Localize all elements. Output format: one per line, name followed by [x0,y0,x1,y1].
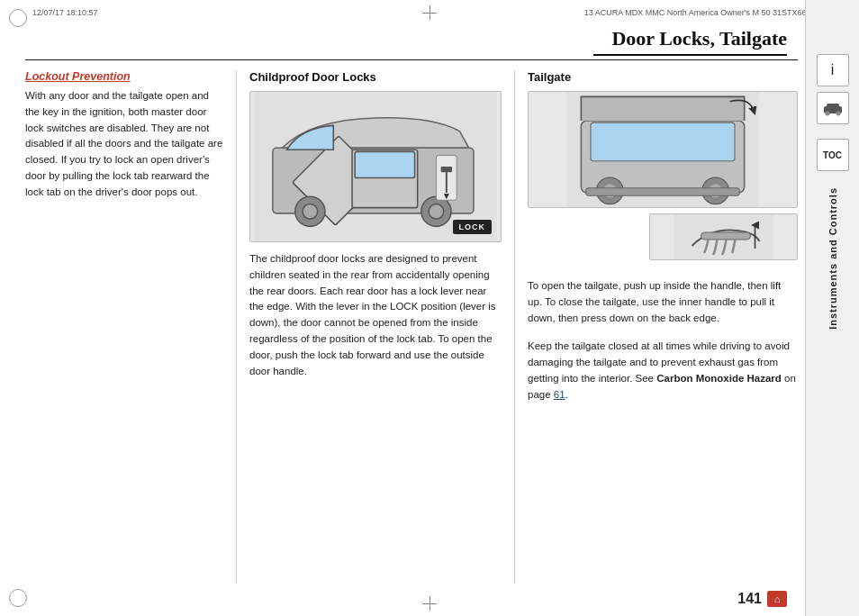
divider-left-center [236,70,237,584]
main-content: Lockout Prevention With any door and the… [25,61,798,584]
lockout-heading: Lockout Prevention [25,70,223,83]
toc-button[interactable]: TOC [817,139,849,171]
page-number-text: 141 [737,591,762,607]
tailgate-heading: Tailgate [528,70,798,84]
title-divider [25,59,798,60]
lock-badge: LOCK [453,220,493,234]
toc-label: TOC [823,150,842,160]
childproof-section: Childproof Door Locks [249,61,502,584]
lockout-text: With any door and the tailgate open and … [25,88,223,201]
svg-rect-1 [827,104,839,109]
tailgate-text2-block: Keep the tailgate closed at all times wh… [528,339,798,403]
car-icon [823,100,843,116]
svg-point-2 [825,112,829,116]
top-bar: 12/07/17 18:10:57 13 ACURA MDX MMC North… [0,0,859,25]
page-number-area: 141 ⌂ [737,591,787,607]
tailgate-inset-svg [650,214,797,259]
timestamp: 12/07/17 18:10:57 [32,8,98,17]
svg-rect-19 [591,122,735,161]
svg-point-9 [303,204,318,220]
manual-info: 13 ACURA MDX MMC North America Owner's M… [584,8,827,17]
home-button[interactable]: ⌂ [767,591,787,607]
svg-point-3 [836,112,840,116]
divider-center-right [514,70,515,584]
tailgate-text4: . [565,389,568,400]
tailgate-inset-image [649,213,798,260]
home-icon: ⌂ [774,593,781,604]
childproof-heading: Childproof Door Locks [249,70,502,84]
svg-rect-14 [441,167,452,172]
tailgate-main-svg [529,92,797,207]
info-icon: i [831,62,835,78]
childproof-image: ▼ LOCK [249,91,502,242]
right-sidebar: i TOC Instruments and Controls [805,0,859,616]
tailgate-bold-link: Carbon Monoxide Hazard [656,373,782,384]
childproof-text: The childproof door locks are designed t… [249,251,502,380]
lockout-section: Lockout Prevention With any door and the… [25,61,223,584]
page-title: Door Locks, Tailgate [593,27,787,56]
svg-point-11 [429,204,444,220]
crosshair-bottom [422,596,437,611]
info-icon-button[interactable]: i [817,54,849,86]
svg-text:▼: ▼ [442,191,451,201]
tailgate-text1: To open the tailgate, push up inside the… [528,278,798,326]
tailgate-section: Tailgate [528,61,798,584]
corner-mark-bl [9,589,27,607]
tailgate-text1-content: To open the tailgate, push up inside the… [528,280,781,323]
sidebar-section-label: Instruments and Controls [827,187,838,330]
tailgate-main-image [528,91,798,208]
tailgate-page-link[interactable]: 61 [554,389,565,400]
svg-rect-24 [586,188,740,196]
car-icon-button[interactable] [817,92,849,124]
tailgate-images [528,91,798,269]
svg-rect-12 [355,151,414,177]
